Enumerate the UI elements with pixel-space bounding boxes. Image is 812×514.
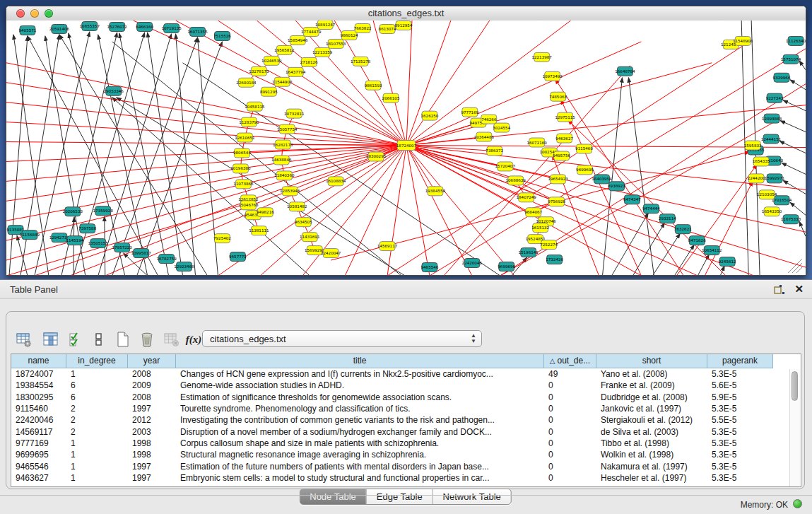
cell-in_degree[interactable]: 1 [66, 438, 128, 448]
tab-edge-table[interactable]: Edge Table [366, 489, 433, 504]
network-node[interactable]: 16108834 [326, 177, 346, 186]
cell-pagerank[interactable]: 5.6E-5 [707, 380, 773, 390]
cell-year[interactable]: 1997 [128, 473, 176, 483]
network-node[interactable]: 9329966 [773, 73, 791, 82]
network-node[interactable]: 9684067 [524, 208, 542, 217]
network-node[interactable]: 11544908 [272, 77, 293, 86]
cell-pagerank[interactable]: 5.9E-5 [707, 392, 773, 402]
cell-out_de[interactable]: 0 [544, 438, 596, 448]
column-header-title[interactable]: title [176, 354, 544, 368]
scrollbar-thumb[interactable] [792, 371, 798, 401]
network-node[interactable]: 12444151 [761, 134, 782, 144]
network-node[interactable]: 9699695 [576, 165, 594, 175]
network-node[interactable]: 11840360 [274, 171, 295, 180]
network-node[interactable]: 8613074 [379, 24, 396, 33]
cell-name[interactable]: 9777169 [11, 438, 66, 448]
cell-out_de[interactable]: 0 [544, 415, 596, 425]
tab-network-table[interactable]: Network Table [433, 489, 511, 504]
cell-name[interactable]: 9465546 [11, 462, 66, 472]
cell-year[interactable]: 2008 [128, 369, 176, 379]
network-node[interactable]: 12213987 [531, 52, 552, 62]
network-node[interactable]: 7632621 [674, 225, 692, 234]
network-node[interactable]: 7252274 [540, 240, 558, 250]
network-node[interactable]: 18724007 [396, 141, 417, 151]
network-node[interactable]: 1733426 [546, 255, 563, 264]
network-node[interactable]: 8938923 [608, 182, 625, 191]
network-node[interactable]: 9498216 [257, 208, 274, 217]
cell-out_de[interactable]: 0 [544, 462, 596, 472]
cell-year[interactable]: 1997 [128, 404, 176, 414]
network-node[interactable]: 10891247 [315, 21, 336, 29]
network-node[interactable]: 16782759 [156, 255, 177, 264]
show-columns-icon[interactable] [42, 330, 60, 349]
network-node[interactable]: 8912954 [395, 21, 413, 30]
network-node[interactable]: 9405571 [19, 25, 37, 35]
table-row[interactable]: 946554611997Estimation of the future num… [11, 460, 801, 472]
cell-pagerank[interactable]: 5.3E-5 [707, 404, 773, 414]
cell-short[interactable]: Stergiakouli et al. (2012) [596, 415, 707, 425]
table-type-tabs[interactable]: Node TableEdge TableNetwork Table [299, 489, 512, 505]
network-node[interactable]: 10581482 [287, 202, 307, 211]
network-node[interactable]: 7663822 [354, 23, 372, 33]
cell-year[interactable]: 2003 [128, 427, 176, 437]
network-node[interactable]: 22420047 [321, 249, 341, 258]
cell-in_degree[interactable]: 6 [66, 392, 128, 402]
network-node[interactable]: 13505155 [88, 239, 109, 248]
column-header-out_de[interactable]: △out_de... [544, 354, 596, 368]
node-table[interactable]: namein_degreeyeartitle△out_de...shortpag… [11, 354, 801, 487]
cell-short[interactable]: Nakamura et al. (1997) [596, 462, 707, 472]
cell-short[interactable]: Yano et al. (2008) [596, 369, 707, 379]
network-node[interactable]: 2066105 [382, 93, 400, 103]
cell-title[interactable]: Disruption of a novel member of a sodium… [176, 427, 544, 437]
float-window-icon[interactable] [774, 284, 785, 295]
network-node[interactable]: 19384554 [425, 187, 446, 196]
cell-title[interactable]: Investigating the contribution of common… [176, 415, 544, 425]
network-node[interactable]: 10458115 [245, 102, 265, 111]
network-node[interactable]: 9634505 [295, 218, 312, 227]
network-node[interactable]: 22600184 [236, 78, 257, 87]
cell-in_degree[interactable]: 6 [66, 380, 128, 390]
network-node[interactable]: 15196141 [518, 248, 539, 257]
cell-pagerank[interactable]: 5.3E-5 [707, 473, 773, 483]
network-node[interactable]: 15854946 [288, 35, 308, 45]
network-node[interactable]: 14638846 [271, 156, 292, 165]
cell-title[interactable]: Estimation of significance thresholds fo… [176, 392, 544, 402]
cell-short[interactable]: de Silva et al. (2003) [596, 427, 707, 437]
network-node[interactable]: 8991295 [260, 87, 278, 96]
cell-pagerank[interactable]: 5.3E-5 [707, 427, 773, 437]
network-node[interactable]: 2933114 [659, 214, 676, 223]
cell-title[interactable]: Corpus callosum shape and size in male p… [176, 438, 544, 448]
network-node[interactable]: 18107553 [326, 39, 346, 48]
cell-in_degree[interactable]: 1 [66, 462, 128, 472]
cell-pagerank[interactable]: 5.3E-5 [707, 369, 773, 379]
cell-pagerank[interactable]: 5.3E-5 [707, 438, 773, 448]
cell-out_de[interactable]: 0 [544, 450, 596, 460]
network-node[interactable]: 9806544 [233, 148, 251, 158]
network-node[interactable]: 9861593 [365, 81, 382, 90]
close-icon[interactable]: ✕ [794, 283, 804, 296]
cell-in_degree[interactable]: 2 [66, 427, 128, 437]
network-node[interactable]: 15276072 [107, 22, 127, 31]
cell-year[interactable]: 1997 [128, 462, 176, 472]
network-node[interactable]: 11073866 [233, 180, 254, 189]
vertical-scrollbar[interactable] [789, 369, 800, 486]
cell-short[interactable]: Tibbo et al. (1998) [596, 438, 707, 448]
cell-short[interactable]: Hescheler et al. (1997) [596, 473, 707, 483]
cell-name[interactable]: 14569117 [11, 427, 66, 437]
network-node[interactable]: 1145194 [66, 236, 83, 245]
cell-name[interactable]: 9699695 [11, 450, 66, 460]
network-node[interactable]: 19565812 [274, 45, 294, 54]
cell-out_de[interactable]: 49 [544, 369, 596, 379]
network-node[interactable]: 15751074 [781, 54, 801, 64]
table-row[interactable]: 1456911722003Disruption of a novel membe… [11, 426, 801, 437]
delete-trash-icon[interactable] [138, 330, 156, 349]
network-node[interactable]: 1654335 [753, 157, 770, 166]
cell-year[interactable]: 2009 [128, 380, 176, 390]
cell-name[interactable]: 9115460 [11, 404, 66, 414]
network-node[interactable]: 12975115 [555, 112, 575, 122]
network-node[interactable]: 9245612 [719, 257, 736, 267]
network-nodes[interactable]: 9405571205914061065535715276072646616010… [7, 21, 806, 272]
cell-in_degree[interactable]: 2 [66, 404, 128, 414]
cell-title[interactable]: Embryonic stem cells: a model to study s… [176, 473, 544, 483]
network-node[interactable]: 16543350 [762, 207, 782, 216]
